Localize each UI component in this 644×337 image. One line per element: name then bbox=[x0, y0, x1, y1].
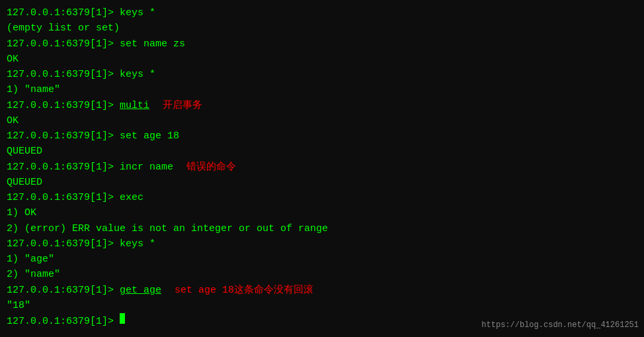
terminal-line: 1) OK bbox=[7, 205, 637, 220]
prompt: 127.0.0.1:6379[1]> bbox=[7, 67, 120, 82]
terminal-line: 127.0.0.1:6379[1]> incr name错误的命令 bbox=[7, 160, 637, 175]
command-text: keys * bbox=[120, 67, 155, 82]
output-text: 2) (error) ERR value is not an integer o… bbox=[7, 221, 328, 236]
prompt: 127.0.0.1:6379[1]> bbox=[7, 128, 120, 144]
output-text: QUEUED bbox=[7, 144, 42, 159]
command-text: multi bbox=[120, 98, 149, 113]
annotation-text: 错误的命令 bbox=[186, 160, 236, 175]
cursor bbox=[120, 313, 125, 324]
prompt: 127.0.0.1:6379[1]> bbox=[7, 236, 120, 252]
terminal-line: 127.0.0.1:6379[1]> keys * bbox=[7, 5, 637, 21]
prompt: 127.0.0.1:6379[1]> bbox=[7, 36, 120, 52]
command-text: set name zs bbox=[120, 36, 185, 52]
terminal-line: "18" bbox=[7, 298, 637, 313]
output-text: 1) "age" bbox=[7, 252, 54, 267]
command-text: keys * bbox=[120, 236, 155, 252]
terminal-line: 127.0.0.1:6379[1]> exec bbox=[7, 190, 637, 205]
terminal-line: 127.0.0.1:6379[1]> set name zs bbox=[7, 36, 637, 52]
command-text: set age 18 bbox=[120, 128, 179, 144]
terminal-line: QUEUED bbox=[7, 144, 637, 159]
output-text: OK bbox=[7, 52, 19, 67]
prompt: 127.0.0.1:6379[1]> bbox=[7, 190, 120, 205]
output-text: 2) "name" bbox=[7, 267, 60, 282]
prompt: 127.0.0.1:6379[1]> bbox=[7, 98, 120, 113]
terminal-line: 2) "name" bbox=[7, 267, 637, 282]
prompt: 127.0.0.1:6379[1]> bbox=[7, 160, 120, 175]
terminal-line: 127.0.0.1:6379[1]> multi开启事务 bbox=[7, 98, 637, 113]
annotation-text: set age 18这条命令没有回滚 bbox=[175, 283, 313, 298]
command-text: keys * bbox=[120, 5, 155, 21]
terminal-line: (empty list or set) bbox=[7, 21, 637, 36]
terminal-line: 1) "name" bbox=[7, 82, 637, 97]
prompt: 127.0.0.1:6379[1]> bbox=[7, 5, 120, 21]
output-text: 1) "name" bbox=[7, 82, 60, 97]
terminal-line: OK bbox=[7, 52, 637, 67]
output-text: QUEUED bbox=[7, 175, 42, 190]
command-text: incr name bbox=[120, 160, 173, 175]
terminal-line: 2) (error) ERR value is not an integer o… bbox=[7, 221, 637, 236]
terminal-line: OK bbox=[7, 113, 637, 128]
output-text: "18" bbox=[7, 298, 30, 313]
output-text: OK bbox=[7, 113, 19, 128]
command-text: exec bbox=[120, 190, 143, 205]
prompt: 127.0.0.1:6379[1]> bbox=[7, 283, 120, 298]
terminal-line: 127.0.0.1:6379[1]> get ageset age 18这条命令… bbox=[7, 283, 637, 298]
terminal-line: QUEUED bbox=[7, 175, 637, 190]
terminal-line: 1) "age" bbox=[7, 252, 637, 267]
prompt: 127.0.0.1:6379[1]> bbox=[7, 314, 120, 329]
terminal-line: 127.0.0.1:6379[1]> keys * bbox=[7, 67, 637, 82]
terminal-line: 127.0.0.1:6379[1]> keys * bbox=[7, 236, 637, 252]
command-text: get age bbox=[120, 283, 161, 298]
terminal-line: 127.0.0.1:6379[1]> set age 18 bbox=[7, 128, 637, 144]
annotation-text: 开启事务 bbox=[163, 98, 202, 113]
output-text: (empty list or set) bbox=[7, 21, 120, 36]
watermark: https://blog.csdn.net/qq_41261251 bbox=[481, 319, 639, 332]
terminal-window: 127.0.0.1:6379[1]> keys * (empty list or… bbox=[0, 0, 644, 337]
output-text: 1) OK bbox=[7, 205, 36, 220]
